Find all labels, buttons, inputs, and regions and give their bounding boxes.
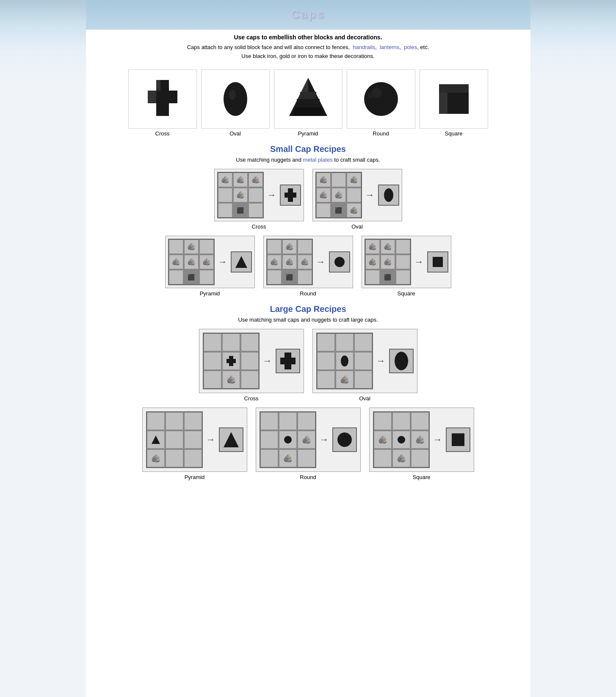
- recipe-inner-oval: 🪨 🪨 🪨 🪨 ⬛ 🪨 →: [312, 169, 402, 221]
- cell: 🪨: [282, 255, 297, 269]
- recipe-inner-large-cross: 🪨 →: [199, 329, 304, 393]
- cell: 🪨: [316, 173, 331, 187]
- crafting-grid-oval: 🪨 🪨 🪨 🪨 ⬛ 🪨: [315, 172, 362, 218]
- recipe-label-pyramid-small: Pyramid: [200, 290, 220, 297]
- cell: [374, 412, 392, 430]
- svg-rect-4: [148, 91, 156, 103]
- svg-point-32: [395, 352, 408, 370]
- cell: [241, 352, 259, 370]
- large-crafting-grid-pyramid: 🪨: [146, 411, 203, 468]
- cell: [347, 188, 361, 202]
- square-icon: [433, 78, 475, 120]
- cell: 🪨: [298, 431, 315, 449]
- arrow: →: [263, 355, 272, 366]
- small-recipe-row-1: 🪨 🪨 🪨 🪨 ⬛ → Cross: [94, 169, 522, 230]
- svg-point-6: [229, 90, 236, 100]
- large-recipe-oval: 🪨 → Oval: [312, 329, 417, 402]
- poles-link[interactable]: poles: [404, 44, 417, 50]
- cell: [267, 240, 282, 254]
- cell: 🪨: [381, 255, 395, 269]
- intro-bold: Use caps to embellish other blocks and d…: [94, 34, 522, 41]
- result-pyramid-large: [219, 427, 243, 452]
- cell: 🪨: [279, 449, 297, 467]
- svg-point-21: [384, 188, 393, 202]
- result-round-small: [329, 251, 350, 273]
- small-recipe-square: 🪨 🪨 🪨 🪨 ⬛ → Square: [362, 236, 451, 297]
- intro-text2: Use black iron, gold or iron to make the…: [241, 53, 374, 59]
- svg-point-12: [364, 82, 398, 116]
- cell: [222, 333, 240, 351]
- recipe-inner-square: 🪨 🪨 🪨 🪨 ⬛ →: [362, 236, 451, 288]
- result-oval-large: [389, 349, 414, 373]
- cell: [354, 371, 372, 388]
- cell: 🪨: [147, 449, 165, 467]
- cell: 🪨: [331, 188, 346, 202]
- cell: 🪨: [267, 255, 282, 269]
- svg-rect-17: [439, 84, 469, 93]
- metal-plates-link[interactable]: metal plates: [303, 157, 333, 163]
- recipe-inner-large-square: 🪨 🪨 🪨 →: [369, 408, 474, 472]
- cell: 🪨: [392, 449, 410, 467]
- svg-rect-19: [285, 193, 296, 198]
- svg-rect-30: [285, 364, 291, 369]
- svg-marker-34: [224, 432, 239, 447]
- svg-marker-22: [235, 256, 247, 268]
- cell: [169, 240, 183, 254]
- lanterns-link[interactable]: lanterns: [380, 44, 399, 50]
- cap-box-oval: [201, 69, 270, 129]
- cell: ⬛: [233, 203, 248, 218]
- large-recipe-row-2: 🪨 → Pyramid 🪨: [94, 408, 522, 480]
- recipe-inner-large-pyramid: 🪨 →: [142, 408, 247, 472]
- result-square-small: [427, 251, 448, 273]
- recipe-label-square-large: Square: [413, 474, 431, 480]
- cell: [260, 449, 278, 467]
- cell: ⬛: [282, 270, 297, 284]
- svg-rect-26: [227, 359, 236, 363]
- svg-rect-24: [433, 257, 443, 267]
- cap-label-oval: Oval: [229, 130, 241, 137]
- cap-preview-square: Square: [420, 69, 488, 137]
- cap-preview-oval: Oval: [201, 69, 270, 137]
- arrow: →: [320, 434, 329, 445]
- cell: 🪨: [222, 371, 240, 388]
- cell: 🪨: [218, 173, 232, 187]
- small-recipe-oval: 🪨 🪨 🪨 🪨 ⬛ 🪨 → Oval: [312, 169, 402, 230]
- cell: [396, 240, 410, 254]
- cell: [218, 203, 232, 218]
- svg-point-35: [284, 436, 292, 444]
- svg-point-13: [372, 88, 382, 98]
- large-cap-title: Large Cap Recipes: [94, 304, 522, 314]
- cell: [249, 203, 263, 218]
- cell: [184, 449, 202, 467]
- cell: ⬛: [381, 270, 395, 284]
- cell: 🪨: [316, 188, 331, 202]
- cell: [241, 371, 259, 388]
- cell: 🪨: [233, 173, 248, 187]
- recipe-label-round-small: Round: [300, 290, 316, 297]
- page-title: Caps: [86, 3, 530, 26]
- arrow: →: [267, 190, 276, 201]
- svg-rect-9: [293, 107, 323, 116]
- round-icon: [358, 76, 404, 122]
- cell: [199, 270, 214, 284]
- small-recipe-row-2: 🪨 🪨 🪨 🪨 ⬛ → Pyramid: [94, 236, 522, 297]
- cell: 🪨: [381, 240, 395, 254]
- cell: [396, 270, 410, 284]
- large-recipe-cross: 🪨 → Cross: [199, 329, 304, 402]
- svg-rect-14: [368, 94, 373, 98]
- cell: 🪨: [169, 255, 183, 269]
- cell: [365, 270, 380, 284]
- svg-rect-20: [288, 198, 293, 202]
- cell: [166, 412, 183, 430]
- cell: [298, 240, 312, 254]
- svg-rect-10: [297, 99, 320, 107]
- svg-point-36: [337, 433, 352, 447]
- svg-rect-18: [288, 188, 293, 193]
- handrails-link[interactable]: handrails: [353, 44, 375, 50]
- result-square-large: [446, 427, 470, 452]
- cell: [169, 270, 183, 284]
- small-recipe-pyramid: 🪨 🪨 🪨 🪨 ⬛ → Pyramid: [165, 236, 255, 297]
- cell: 🪨: [336, 371, 354, 388]
- arrow: →: [414, 256, 424, 267]
- cap-box-square: [420, 69, 488, 129]
